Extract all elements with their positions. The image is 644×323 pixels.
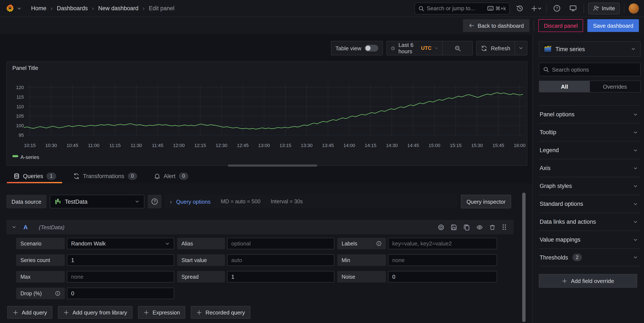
datasource-picker[interactable]: TestData — [50, 195, 144, 208]
refresh-interval-dropdown[interactable] — [514, 41, 527, 55]
plus-icon — [64, 309, 69, 315]
grafana-edit-panel-app: Home›Dashboards›New dashboard›Edit panel… — [0, 0, 644, 323]
options-section-value-mappings[interactable]: Value mappings — [539, 230, 640, 248]
refresh-button[interactable]: Refresh — [477, 41, 514, 55]
options-section-graph-styles[interactable]: Graph styles — [539, 177, 640, 195]
time-series-panel[interactable]: Panel Title 10:1510:3010:4511:0011:1511:… — [6, 61, 527, 166]
history-icon — [516, 5, 524, 12]
x-axis-tick: 15:00 — [428, 143, 440, 148]
options-tab-overrides[interactable]: Overrides — [590, 81, 640, 92]
start-value-input[interactable]: auto — [227, 254, 334, 266]
trash-icon — [490, 224, 495, 230]
user-avatar[interactable] — [629, 3, 639, 14]
plus-icon — [531, 5, 542, 12]
query-ref-id: A — [24, 224, 28, 230]
vertical-scrollbar[interactable] — [522, 193, 526, 322]
divider — [624, 4, 624, 13]
x-axis-tick: 11:00 — [88, 143, 99, 148]
duplicate-query-button[interactable] — [464, 224, 470, 230]
chevron-down-icon — [633, 201, 638, 206]
tab-queries[interactable]: Queries 1 — [14, 169, 56, 183]
datasource-row: Data source TestData ? › — [6, 195, 511, 208]
edit-actions-bar: Back to dashboard Discard panel Save das… — [0, 17, 644, 34]
field-label: Scenario — [16, 238, 65, 249]
add-query-button[interactable]: Add query — [7, 306, 52, 319]
drag-query-handle[interactable] — [502, 224, 507, 230]
back-to-dashboard-button[interactable]: Back to dashboard — [463, 19, 530, 32]
table-view-toggle[interactable]: Table view — [331, 41, 383, 55]
breadcrumb-item[interactable]: New dashboard — [98, 5, 138, 12]
breadcrumb-item[interactable]: Dashboards — [57, 5, 88, 12]
record-query-button[interactable] — [438, 224, 444, 230]
toggle-switch[interactable] — [365, 45, 378, 52]
recorded-query-button[interactable]: Recorded query — [191, 306, 250, 319]
invite-button[interactable]: Invite — [588, 2, 620, 14]
disable-query-button[interactable] — [476, 224, 483, 230]
alias-input[interactable]: optional — [227, 238, 334, 249]
new-menu-button[interactable] — [530, 2, 542, 14]
series-count-input[interactable]: 1 — [67, 254, 174, 266]
tab-transformations[interactable]: Transformations 0 — [73, 169, 137, 183]
options-section-tooltip[interactable]: Tooltip — [539, 123, 640, 141]
help-button[interactable]: ? — [551, 2, 563, 14]
query-row-header[interactable]: A (TestData) — [6, 220, 514, 234]
plus-icon — [562, 278, 568, 283]
options-tab-all[interactable]: All — [539, 81, 590, 92]
expression-button[interactable]: Expression — [138, 306, 186, 319]
section-label: Data links and actions — [540, 219, 596, 225]
y-axis-tick: 120 — [16, 85, 24, 90]
breadcrumb-separator: › — [143, 5, 144, 12]
options-section-data-links-and-actions[interactable]: Data links and actions — [539, 213, 640, 230]
legend-label[interactable]: A-series — [20, 154, 39, 160]
time-range-picker[interactable]: Last 6 hours UTC — [387, 41, 442, 55]
save-dashboard-button[interactable]: Save dashboard — [588, 19, 639, 32]
options-section-panel-options[interactable]: Panel options — [539, 105, 640, 123]
options-section-standard-options[interactable]: Standard options — [539, 195, 640, 213]
datasource-help-button[interactable]: ? — [148, 195, 162, 208]
x-axis-tick: 11:15 — [109, 143, 120, 148]
options-section-axis[interactable]: Axis — [539, 159, 640, 177]
search-icon — [543, 67, 549, 73]
tab-alert[interactable]: Alert 0 — [154, 169, 188, 183]
collapse-chevron-icon[interactable] — [12, 225, 16, 230]
add-query-from-library-button[interactable]: Add query from library — [58, 306, 133, 319]
chevron-down-icon — [16, 6, 22, 11]
breadcrumb-item[interactable]: Home — [31, 5, 46, 12]
add-field-override-button[interactable]: Add field override — [539, 274, 637, 288]
query-datasource-hint: (TestData) — [39, 224, 64, 230]
y-axis-tick: 100 — [16, 123, 24, 128]
spread-input[interactable]: 1 — [227, 271, 334, 282]
options-search-input[interactable]: Search options — [539, 63, 640, 76]
save-query-button[interactable] — [451, 224, 457, 230]
transform-icon — [73, 173, 80, 179]
query-options-toggle[interactable]: › Query options MD = auto = 500 Interval… — [165, 195, 458, 208]
chevron-down-icon — [435, 46, 438, 51]
pane-resize-handle[interactable] — [228, 164, 317, 167]
grafana-logo-icon — [5, 4, 15, 13]
news-button[interactable] — [567, 2, 579, 14]
delete-query-button[interactable] — [490, 224, 495, 230]
history-button[interactable] — [514, 2, 526, 14]
query-inspector-button[interactable]: Query inspector — [461, 195, 511, 208]
x-axis-tick: 13:30 — [301, 143, 312, 148]
zoom-out-time-button[interactable] — [442, 41, 472, 55]
discard-panel-button[interactable]: Discard panel — [538, 19, 583, 32]
labels-input[interactable]: key=value, key2=value2 — [388, 238, 497, 249]
scenario-select[interactable]: Random Walk — [67, 238, 174, 249]
chevron-down-icon — [631, 47, 636, 52]
x-axis-tick: 11:30 — [130, 143, 142, 148]
min-input[interactable]: none — [388, 254, 497, 266]
options-section-thresholds[interactable]: Thresholds2 — [539, 248, 640, 266]
drop--input[interactable]: 0 — [67, 288, 174, 299]
breadcrumb-item: Edit panel — [149, 5, 174, 12]
search-input[interactable]: Search or jump to... ⌘+k — [414, 2, 510, 14]
x-axis-tick: 10:15 — [24, 143, 36, 148]
visualization-picker[interactable]: Time series — [539, 41, 640, 57]
options-section-legend[interactable]: Legend — [539, 141, 640, 159]
options-sections: Panel optionsTooltipLegendAxisGraph styl… — [539, 105, 640, 266]
time-picker-group: Last 6 hours UTC — [386, 41, 473, 55]
noise-input[interactable]: 0 — [388, 271, 497, 282]
section-label: Tooltip — [540, 129, 556, 136]
max-input[interactable]: none — [67, 271, 174, 282]
org-switcher[interactable] — [5, 4, 22, 13]
